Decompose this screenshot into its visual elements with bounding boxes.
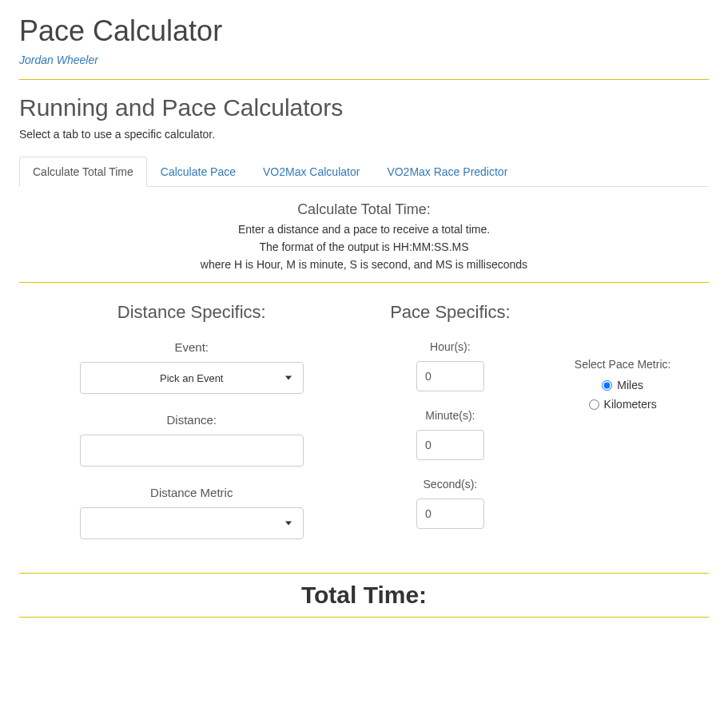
panel-line2: The format of the output is HH:MM:SS.MS bbox=[19, 240, 709, 253]
tab-calculate-pace[interactable]: Calculate Pace bbox=[147, 157, 249, 187]
distance-label: Distance: bbox=[19, 413, 364, 427]
page-header: Pace Calculator Jordan Wheeler bbox=[19, 14, 709, 80]
author-link[interactable]: Jordan Wheeler bbox=[19, 54, 98, 66]
pace-metric-miles-row[interactable]: Miles bbox=[536, 379, 709, 391]
chevron-down-icon bbox=[285, 522, 292, 526]
divider bbox=[19, 282, 709, 283]
hours-input[interactable] bbox=[416, 361, 484, 391]
tab-vo2max-race-predictor[interactable]: VO2Max Race Predictor bbox=[373, 157, 521, 187]
panel-title: Calculate Total Time: bbox=[19, 201, 709, 218]
distance-heading: Distance Specifics: bbox=[19, 302, 364, 323]
pace-metric-label: Select Pace Metric: bbox=[536, 358, 709, 371]
tab-vo2max-calculator[interactable]: VO2Max Calculator bbox=[249, 157, 373, 187]
total-time-label: Total Time: bbox=[19, 574, 709, 617]
minutes-input[interactable] bbox=[416, 430, 484, 460]
pace-metric-miles-label: Miles bbox=[617, 379, 643, 391]
pace-heading: Pace Specifics: bbox=[364, 302, 537, 323]
distance-column: Distance Specifics: Event: Pick an Event… bbox=[19, 302, 364, 558]
minutes-label: Minute(s): bbox=[364, 409, 537, 422]
pace-time-inputs: Pace Specifics: Hour(s): Minute(s): Seco… bbox=[364, 302, 537, 558]
chevron-down-icon bbox=[285, 376, 292, 380]
pace-metric-miles-radio[interactable] bbox=[602, 380, 612, 391]
pace-metric-column: Select Pace Metric: Miles Kilometers bbox=[536, 302, 709, 558]
seconds-label: Second(s): bbox=[364, 478, 537, 491]
section-title: Running and Pace Calculators bbox=[19, 94, 709, 121]
event-dropdown[interactable]: Pick an Event bbox=[80, 362, 304, 394]
tabs: Calculate Total Time Calculate Pace VO2M… bbox=[19, 157, 709, 187]
pace-metric-km-radio[interactable] bbox=[589, 399, 599, 410]
distance-metric-dropdown[interactable] bbox=[80, 507, 304, 539]
pace-metric-km-row[interactable]: Kilometers bbox=[536, 398, 709, 411]
event-label: Event: bbox=[19, 340, 364, 354]
pace-metric-km-label: Kilometers bbox=[604, 398, 657, 411]
seconds-input[interactable] bbox=[416, 498, 484, 529]
tab-panel-total-time: Calculate Total Time: Enter a distance a… bbox=[19, 187, 709, 271]
pace-column: Pace Specifics: Hour(s): Minute(s): Seco… bbox=[364, 302, 710, 558]
event-selected-text: Pick an Event bbox=[160, 372, 224, 384]
total-time-section: Total Time: bbox=[19, 573, 709, 618]
form-columns: Distance Specifics: Event: Pick an Event… bbox=[19, 302, 709, 558]
distance-metric-label: Distance Metric bbox=[19, 486, 364, 499]
panel-line3: where H is Hour, M is minute, S is secon… bbox=[19, 258, 709, 271]
hours-label: Hour(s): bbox=[364, 340, 537, 353]
page-title: Pace Calculator bbox=[19, 14, 709, 48]
distance-input[interactable] bbox=[80, 435, 304, 467]
tab-calculate-total-time[interactable]: Calculate Total Time bbox=[19, 157, 147, 187]
section-intro: Select a tab to use a specific calculato… bbox=[19, 128, 709, 141]
panel-line1: Enter a distance and a pace to receive a… bbox=[19, 223, 709, 236]
